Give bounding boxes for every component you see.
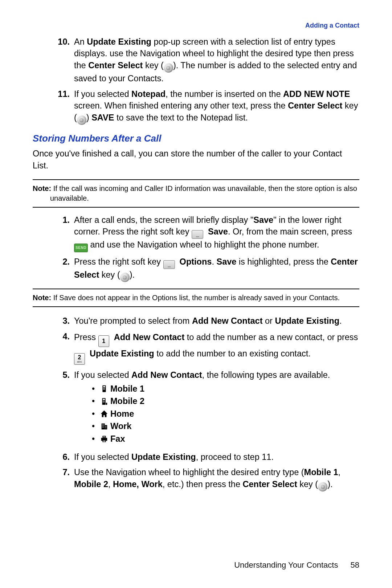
center-select-key-icon [77, 115, 86, 125]
step-number: 7. [54, 466, 74, 491]
text: , [338, 467, 341, 477]
home-icon [98, 410, 110, 418]
step-4: 4. Press 1 Add New Contact to add the nu… [54, 331, 359, 365]
type-item-work: • Work [89, 420, 359, 432]
text: to add the number as a new contact, or p… [184, 332, 358, 342]
text-bold: Mobile 2 [74, 479, 108, 489]
text: You're prompted to select from [74, 316, 192, 326]
text: . [339, 316, 342, 326]
footer-section: Understanding Your Contacts [234, 560, 338, 569]
note-callerid: Note: If the call was incoming and Calle… [33, 184, 359, 203]
right-soft-key-icon: ⎯ [163, 260, 175, 269]
bullet-icon: • [89, 420, 98, 432]
footer: Understanding Your Contacts 58 [234, 560, 359, 570]
step-5: 5. If you selected Add New Contact, the … [54, 369, 359, 448]
svg-rect-21 [106, 426, 106, 427]
text: to add the number to an existing contact… [154, 349, 311, 358]
step-number: 5. [54, 369, 74, 448]
section-intro: Once you've finished a call, you can sto… [33, 148, 359, 171]
text: ) [86, 113, 91, 122]
type-item-mobile1: • Mobile 1 [89, 383, 359, 395]
text-bold: Home, Work [113, 479, 163, 489]
text-bold: Mobile 1 [304, 467, 338, 477]
type-label: Mobile 1 [110, 383, 144, 395]
step-number: 11. [54, 88, 74, 125]
text: and use the Navigation wheel to highligh… [90, 240, 319, 249]
text: ). [327, 479, 332, 489]
text: Press [74, 332, 98, 342]
type-list: • Mobile 1 • Mobile 2 • [89, 383, 359, 445]
mid-list: 1. After a call ends, the screen will br… [33, 214, 359, 282]
svg-rect-8 [103, 401, 103, 401]
mobile2-icon [98, 397, 110, 405]
step-number: 3. [54, 315, 74, 327]
svg-rect-2 [103, 388, 104, 389]
note-already-saved: Note: If Save does not appear in the Opt… [33, 293, 359, 303]
note-body: If Save does not appear in the Options l… [51, 294, 340, 302]
text-bold: Center Select [243, 479, 297, 489]
text: . Or, from the main screen, press [228, 227, 352, 236]
step-3: 3. You're prompted to select from Add Ne… [54, 315, 359, 327]
step-number: 4. [54, 331, 74, 365]
text: is highlighted, press the [236, 257, 331, 266]
send-key-label: SEND [75, 245, 86, 250]
note-label: Note: [33, 184, 51, 192]
text-bold: Save [216, 257, 236, 266]
step-7: 7. Use the Navigation wheel to highlight… [54, 466, 359, 491]
text: . [212, 257, 216, 266]
step-number: 2. [54, 256, 74, 282]
svg-rect-27 [103, 440, 105, 441]
type-item-fax: • Fax [89, 433, 359, 445]
center-select-key-icon [318, 482, 327, 491]
center-select-key-icon [164, 63, 173, 73]
key-digit: 1 [102, 338, 105, 344]
step-body: You're prompted to select from Add New C… [74, 315, 359, 327]
text: , etc.) then press the [163, 479, 243, 489]
breadcrumb: Adding a Contact [33, 22, 359, 29]
step-1: 1. After a call ends, the screen will br… [54, 214, 359, 252]
text: , the number is inserted on the [166, 89, 283, 99]
bullet-icon: • [89, 383, 98, 395]
step-6: 6. If you selected Update Existing, proc… [54, 451, 359, 463]
center-select-key-icon [120, 273, 130, 282]
text: Use the Navigation wheel to highlight th… [74, 467, 304, 477]
divider [33, 289, 359, 289]
step-body: After a call ends, the screen will brief… [74, 214, 359, 252]
type-label: Work [110, 420, 131, 432]
svg-rect-13 [102, 424, 105, 430]
text: , the following types are available. [202, 370, 330, 380]
text-bold: Center Select [288, 101, 342, 110]
divider [33, 306, 359, 307]
svg-rect-16 [103, 424, 104, 425]
key-sub: abc [77, 360, 82, 363]
step-number: 10. [54, 36, 74, 85]
type-label: Fax [110, 433, 125, 445]
text: key ( [143, 61, 163, 70]
svg-rect-15 [102, 424, 103, 425]
type-item-home: • Home [89, 408, 359, 420]
text-bold: Center Select [88, 61, 143, 70]
text-bold: Update Existing [131, 452, 196, 462]
text-bold: Add New Contact [131, 370, 202, 380]
step-10: 10. An Update Existing pop-up screen wit… [54, 36, 359, 85]
type-item-mobile2: • Mobile 2 [89, 395, 359, 407]
section-heading: Storing Numbers After a Call [33, 133, 359, 144]
svg-rect-9 [104, 401, 105, 401]
text: If you selected [74, 89, 131, 99]
text: , [108, 479, 113, 489]
step-number: 1. [54, 214, 74, 252]
step-2: 2. Press the right soft key ⎯ Options. S… [54, 256, 359, 282]
text-bold: SAVE [91, 113, 114, 122]
svg-rect-12 [106, 403, 107, 405]
send-key-icon: SEND [74, 244, 88, 252]
text: or [262, 316, 275, 326]
bullet-icon: • [89, 433, 98, 445]
text-bold: Options [180, 257, 212, 266]
svg-rect-1 [103, 386, 105, 388]
svg-rect-7 [103, 399, 105, 400]
type-label: Home [110, 408, 134, 420]
divider [33, 179, 359, 180]
text-bold: Add New Contact [192, 316, 263, 326]
text: An [74, 37, 87, 46]
svg-rect-14 [105, 425, 107, 430]
